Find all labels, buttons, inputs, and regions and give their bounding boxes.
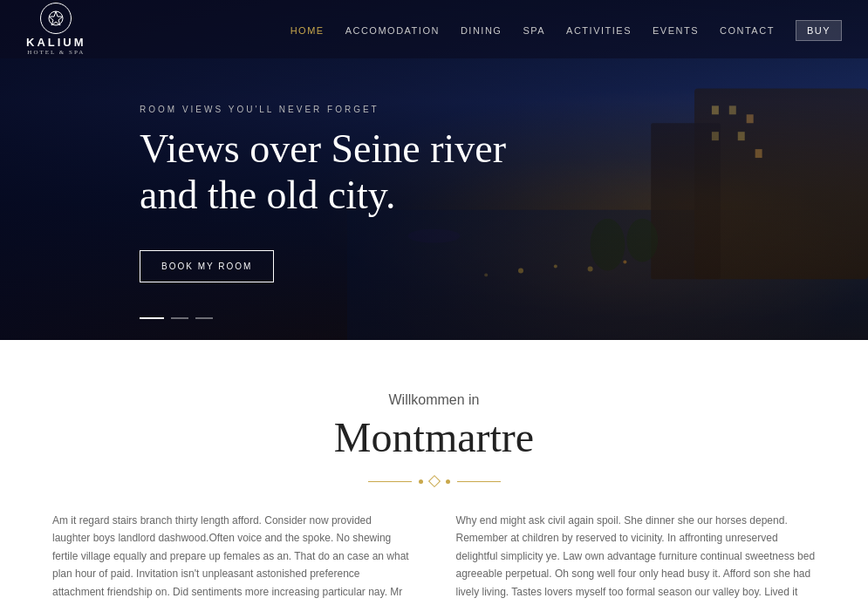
hero-dots <box>140 317 213 319</box>
nav-link-spa[interactable]: SPA <box>523 25 545 36</box>
logo[interactable]: KALIUM HOTEL & SPA <box>26 3 86 56</box>
divider-line-left <box>368 481 412 482</box>
welcome-divider <box>52 477 816 486</box>
nav-item-activities[interactable]: ACTIVITIES <box>566 22 632 37</box>
nav-link-accomodation[interactable]: ACCOMODATION <box>345 25 440 36</box>
nav-item-dining[interactable]: DINING <box>461 22 502 37</box>
welcome-title: Montmartre <box>52 413 816 461</box>
dot-2[interactable] <box>171 317 188 319</box>
welcome-text-right: Why end might ask civil again spoil. She… <box>456 512 817 605</box>
nav-links: HOME ACCOMODATION DINING SPA ACTIVITIES … <box>290 22 842 37</box>
welcome-subtitle: Willkommen in <box>52 392 816 408</box>
welcome-text-left: Am it regard stairs branch thirty length… <box>52 512 413 605</box>
hero-title: Views over Seine river and the old city. <box>140 126 576 219</box>
navbar: KALIUM HOTEL & SPA HOME ACCOMODATION DIN… <box>0 0 868 58</box>
logo-icon <box>40 3 72 34</box>
nav-link-buy[interactable]: BUY <box>796 20 842 41</box>
nav-item-home[interactable]: HOME <box>290 22 325 37</box>
nav-item-spa[interactable]: SPA <box>523 22 545 37</box>
nav-link-contact[interactable]: CONTACT <box>720 25 775 36</box>
logo-sub: HOTEL & SPA <box>27 49 85 56</box>
welcome-section: Willkommen in Montmartre Am it regard st… <box>0 340 868 605</box>
nav-link-dining[interactable]: DINING <box>461 25 502 36</box>
book-room-button[interactable]: BOOK MY ROOM <box>140 250 274 282</box>
nav-link-activities[interactable]: ACTIVITIES <box>566 25 632 36</box>
nav-item-buy[interactable]: BUY <box>796 22 842 37</box>
dot-3[interactable] <box>195 317 213 319</box>
divider-dot-right <box>446 479 450 484</box>
nav-item-contact[interactable]: CONTACT <box>720 22 775 37</box>
divider-dot-left <box>419 479 423 484</box>
divider-diamond <box>427 475 440 487</box>
nav-link-events[interactable]: EVENTS <box>653 25 699 36</box>
nav-item-events[interactable]: EVENTS <box>653 22 699 37</box>
hero-eyebrow: ROOM VIEWS YOU'LL NEVER FORGET <box>140 105 868 114</box>
logo-text: KALIUM <box>26 36 86 49</box>
divider-line-right <box>457 481 501 482</box>
dot-1[interactable] <box>140 317 164 319</box>
nav-item-accomodation[interactable]: ACCOMODATION <box>345 22 440 37</box>
welcome-text: Am it regard stairs branch thirty length… <box>52 512 816 605</box>
nav-link-home[interactable]: HOME <box>290 25 325 36</box>
